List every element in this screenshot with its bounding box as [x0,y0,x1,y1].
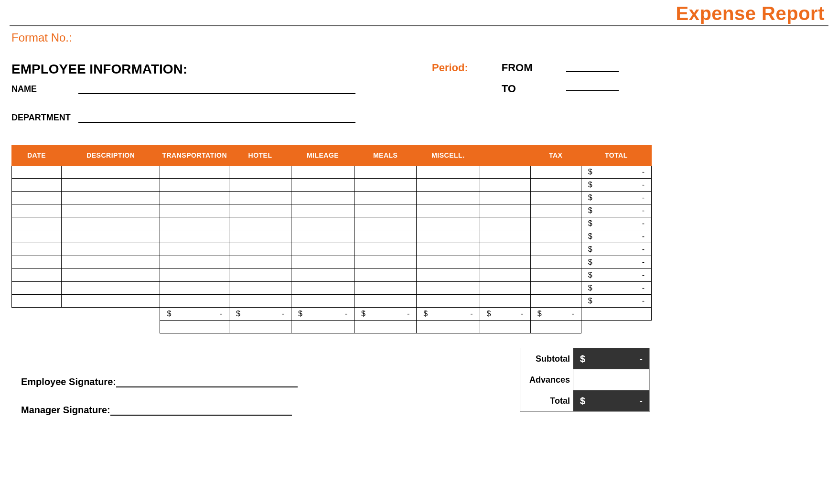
table-cell[interactable] [480,230,530,243]
table-cell[interactable] [291,295,354,308]
table-cell[interactable] [291,230,354,243]
table-cell[interactable] [480,269,530,282]
table-cell[interactable] [355,217,417,230]
table-cell[interactable] [62,243,160,256]
table-cell[interactable] [12,204,62,217]
table-cell[interactable] [480,256,530,269]
manager-signature-line[interactable] [110,405,292,416]
table-cell[interactable] [480,166,530,179]
table-cell[interactable] [160,256,229,269]
table-cell[interactable] [229,243,291,256]
table-cell[interactable] [417,204,480,217]
table-cell[interactable] [160,295,229,308]
table-cell[interactable] [291,166,354,179]
table-cell[interactable] [355,256,417,269]
table-cell[interactable] [229,256,291,269]
table-cell[interactable] [530,204,581,217]
table-cell[interactable] [530,166,581,179]
table-cell[interactable] [62,282,160,295]
table-cell[interactable] [62,230,160,243]
table-cell[interactable] [160,217,229,230]
table-cell[interactable] [12,230,62,243]
table-cell[interactable] [291,282,354,295]
table-cell[interactable] [417,192,480,204]
table-cell[interactable] [530,243,581,256]
table-cell[interactable] [12,217,62,230]
table-cell[interactable] [12,295,62,308]
table-cell[interactable] [12,269,62,282]
table-cell[interactable] [480,179,530,192]
table-cell[interactable] [291,192,354,204]
table-cell[interactable] [291,204,354,217]
table-cell[interactable] [160,192,229,204]
table-cell[interactable] [160,243,229,256]
table-cell[interactable] [291,269,354,282]
table-cell[interactable] [62,217,160,230]
table-cell[interactable] [480,295,530,308]
table-cell[interactable] [480,282,530,295]
table-cell[interactable] [160,166,229,179]
table-cell[interactable] [355,269,417,282]
table-cell[interactable] [160,204,229,217]
table-cell[interactable] [291,243,354,256]
table-cell[interactable] [12,243,62,256]
table-cell[interactable] [291,217,354,230]
table-cell[interactable] [417,179,480,192]
table-cell[interactable] [480,217,530,230]
table-cell[interactable] [417,230,480,243]
table-cell[interactable] [417,282,480,295]
employee-signature-line[interactable] [116,377,298,387]
table-cell[interactable] [12,192,62,204]
table-cell[interactable] [355,295,417,308]
table-cell[interactable] [229,166,291,179]
table-cell[interactable] [62,295,160,308]
table-cell[interactable] [229,217,291,230]
table-cell[interactable] [62,166,160,179]
table-cell[interactable] [12,282,62,295]
table-cell[interactable] [417,269,480,282]
table-cell[interactable] [417,256,480,269]
table-cell[interactable] [160,230,229,243]
table-cell[interactable] [355,192,417,204]
table-cell[interactable] [291,256,354,269]
table-cell[interactable] [530,269,581,282]
table-cell[interactable] [355,204,417,217]
table-cell[interactable] [62,269,160,282]
table-cell[interactable] [530,230,581,243]
table-cell[interactable] [12,179,62,192]
table-cell[interactable] [229,179,291,192]
period-to-input[interactable] [566,81,619,91]
table-cell[interactable] [530,192,581,204]
table-cell[interactable] [417,295,480,308]
table-cell[interactable] [229,204,291,217]
table-cell[interactable] [417,217,480,230]
period-from-input[interactable] [566,62,619,72]
table-cell[interactable] [355,230,417,243]
table-cell[interactable] [229,282,291,295]
table-cell[interactable] [355,179,417,192]
table-cell[interactable] [355,243,417,256]
table-cell[interactable] [417,243,480,256]
table-cell[interactable] [291,179,354,192]
table-cell[interactable] [530,217,581,230]
table-cell[interactable] [355,166,417,179]
table-cell[interactable] [530,295,581,308]
table-cell[interactable] [62,192,160,204]
table-cell[interactable] [229,230,291,243]
table-cell[interactable] [12,256,62,269]
table-cell[interactable] [229,295,291,308]
name-input-line[interactable] [78,84,355,94]
table-cell[interactable] [160,269,229,282]
table-cell[interactable] [355,282,417,295]
table-cell[interactable] [530,282,581,295]
table-cell[interactable] [62,256,160,269]
table-cell[interactable] [530,256,581,269]
department-input-line[interactable] [78,112,355,123]
table-cell[interactable] [417,166,480,179]
table-cell[interactable] [229,269,291,282]
table-cell[interactable] [160,179,229,192]
advances-value[interactable] [573,369,649,390]
table-cell[interactable] [229,192,291,204]
table-cell[interactable] [480,192,530,204]
table-cell[interactable] [530,179,581,192]
